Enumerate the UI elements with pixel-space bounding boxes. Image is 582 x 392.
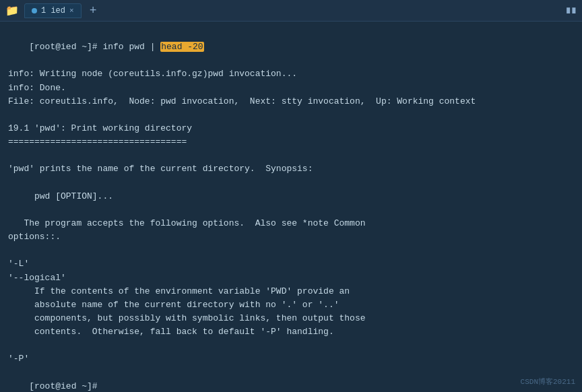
line-20: components, but possibly with symbolic l… — [8, 312, 574, 325]
line-3: info: Done. — [8, 81, 574, 95]
titlebar: 📁 1 ied × + ∎∎ — [0, 0, 582, 22]
line-2: info: Writing node (coreutils.info.gz)pw… — [8, 67, 574, 81]
line-command: [root@ied ~]# info pwd | head -20 — [8, 27, 574, 67]
tab-close-button[interactable]: × — [69, 7, 74, 15]
line-19: absolute name of the current directory w… — [8, 298, 574, 312]
folder-icon: 📁 — [5, 4, 19, 18]
tab-1[interactable]: 1 ied × — [24, 3, 82, 18]
titlebar-right: ∎∎ — [565, 5, 577, 16]
line-24: [root@ied ~]# — [8, 366, 574, 392]
line-15 — [8, 244, 574, 257]
line-17: '--logical' — [8, 271, 574, 285]
line-8 — [8, 149, 574, 162]
titlebar-left: 📁 1 ied × + — [5, 3, 96, 18]
line-7: ================================== — [8, 135, 574, 149]
tab-label: 1 ied — [41, 6, 65, 15]
prompt-2: [root@ied ~]# — [29, 381, 102, 391]
line-4: File: coreutils.info, Node: pwd invocati… — [8, 95, 574, 108]
cmd-before: info pwd | — [102, 42, 160, 52]
cmd-highlight: head -20 — [160, 42, 203, 52]
line-18: If the contents of the environment varia… — [8, 285, 574, 298]
line-5 — [8, 108, 574, 122]
line-22 — [8, 339, 574, 352]
tab-dot — [32, 8, 37, 13]
tab-add-button[interactable]: + — [90, 4, 97, 18]
line-6: 19.1 'pwd': Print working directory — [8, 122, 574, 135]
line-21: contents. Otherwise, fall back to defaul… — [8, 325, 574, 339]
line-11: pwd [OPTION]... — [8, 190, 574, 203]
line-12 — [8, 203, 574, 217]
grid-icon: ∎∎ — [565, 5, 577, 16]
terminal: [root@ied ~]# info pwd | head -20 info: … — [0, 22, 582, 392]
line-23: '-P' — [8, 352, 574, 366]
line-16: '-L' — [8, 257, 574, 271]
line-14: options::. — [8, 230, 574, 244]
prompt-1: [root@ied ~]# — [29, 42, 102, 52]
line-10 — [8, 176, 574, 190]
line-13: The program accepts the following option… — [8, 217, 574, 230]
watermark: CSDN博客20211 — [521, 377, 575, 387]
line-9: 'pwd' prints the name of the current dir… — [8, 162, 574, 176]
